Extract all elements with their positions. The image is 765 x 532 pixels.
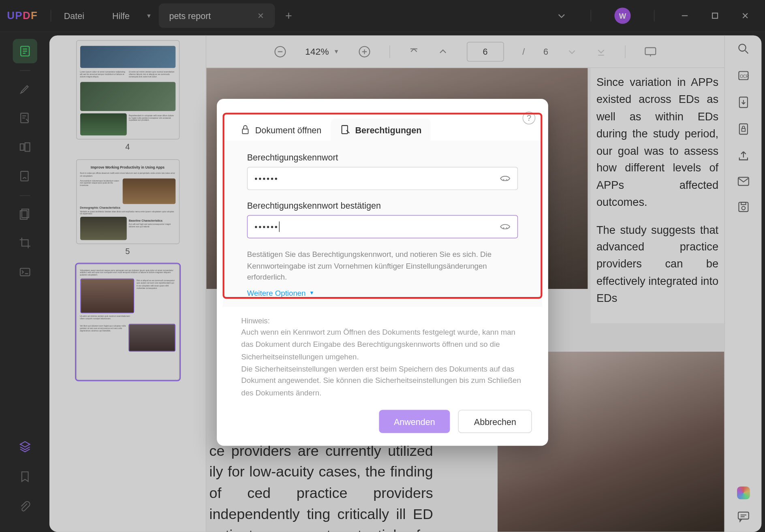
show-password-icon[interactable] (499, 174, 511, 182)
confirm-password-input[interactable]: •••••• (247, 215, 518, 238)
apply-button[interactable]: Anwenden (379, 410, 450, 433)
more-options-toggle[interactable]: Weitere Optionen▼ (247, 288, 518, 302)
confirm-hint-text: Bestätigen Sie das Berechtigungskennwort… (247, 249, 518, 283)
tab-permissions[interactable]: Berechtigungen (331, 119, 431, 141)
modal-close-button[interactable]: ? (523, 111, 536, 124)
modal-overlay: ? Dokument öffnen Berechtigungen Berecht… (0, 0, 765, 532)
document-edit-icon (340, 124, 350, 135)
tab-open-document[interactable]: Dokument öffnen (231, 119, 331, 141)
security-settings-modal: ? Dokument öffnen Berechtigungen Berecht… (217, 99, 548, 446)
show-password-icon[interactable] (499, 222, 511, 231)
chevron-down-icon: ▼ (309, 290, 314, 296)
svg-rect-23 (242, 129, 248, 133)
password-label: Berechtigungskennwort (247, 152, 518, 162)
lock-icon (240, 124, 250, 135)
modal-hint-text: Hinweis: Auch wenn ein Kennwort zum Öffn… (217, 307, 548, 405)
permissions-password-input[interactable]: •••••• (247, 167, 518, 190)
cancel-button[interactable]: Abbrechen (458, 410, 532, 433)
confirm-password-label: Berechtigungskennwort bestätigen (247, 201, 518, 210)
svg-rect-24 (342, 126, 347, 134)
